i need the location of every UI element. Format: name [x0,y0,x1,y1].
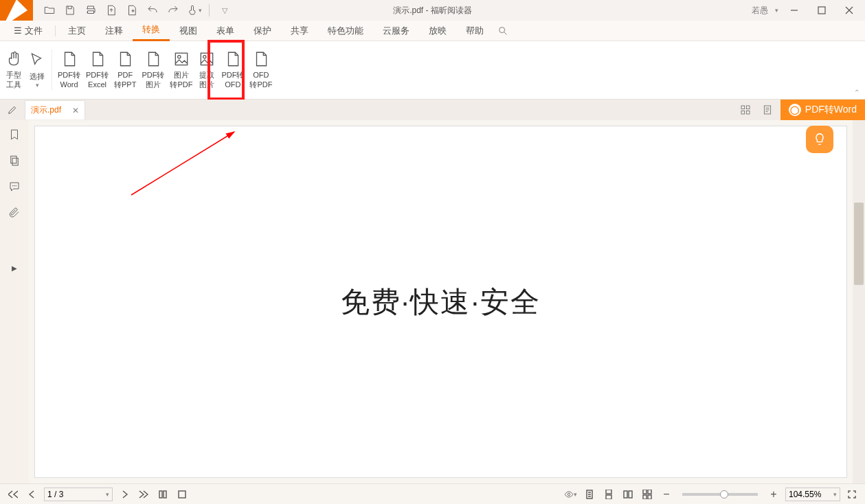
touch-icon[interactable]: ▾ [184,1,203,20]
redo-icon[interactable] [164,1,183,20]
continuous-page-icon[interactable] [601,487,616,502]
vertical-scrollbar[interactable] [853,120,865,483]
first-page-button[interactable] [5,487,21,502]
zoom-out-button[interactable]: − [659,487,674,502]
menu-tab-5[interactable]: 保护 [244,21,281,41]
ribbon-tool-7[interactable]: 提取 图片 [195,48,218,92]
menu-tab-6[interactable]: 共享 [281,21,318,41]
svg-rect-28 [643,495,647,499]
facing-page-icon[interactable] [620,487,636,502]
document-tab[interactable]: 演示.pdf ✕ [25,100,85,119]
maximize-button[interactable] [810,1,833,20]
menu-tab-2[interactable]: 转换 [133,21,170,41]
ribbon-label: 手型 工具 [6,71,21,90]
export-icon[interactable] [102,1,121,20]
next-page-button[interactable] [117,487,132,502]
page-view-icon[interactable] [759,101,776,119]
thumbnails-view-icon[interactable] [737,101,754,119]
svg-point-1 [499,27,505,32]
ribbon-tool-9[interactable]: OFD 转PDF [247,48,275,92]
svg-rect-17 [159,491,162,498]
ribbon-tool-1[interactable]: 选择▾ [25,49,49,91]
fullscreen-button[interactable] [844,487,860,502]
zoom-slider-handle[interactable] [720,490,728,499]
svg-rect-19 [179,491,186,498]
open-icon[interactable] [40,1,59,20]
menu-tab-1[interactable]: 注释 [96,21,133,41]
ribbon-label: 图片 转PDF [170,71,192,90]
doc-icon [60,50,78,68]
doc-icon [144,50,162,68]
main-area: ▶ 免费·快速·安全 [0,120,865,483]
titlebar: ▾ ▽ 演示.pdf - 福昕阅读器 若愚 ▾ [0,0,865,21]
menu-tab-3[interactable]: 视图 [170,21,207,41]
ribbon-collapse-icon[interactable]: ⌃ [854,89,860,96]
svg-rect-24 [624,491,627,498]
sidebar-expand-icon[interactable]: ▶ [12,264,17,272]
ribbon-label: PDF 转PPT [114,71,136,90]
single-page-icon[interactable] [582,487,597,502]
sidebar: ▶ [0,120,29,483]
ribbon-tool-2[interactable]: PDF转 Word [55,48,83,92]
page-number-value: 1 / 3 [47,490,63,499]
ribbon-tool-4[interactable]: PDF 转PPT [111,48,139,92]
svg-point-13 [12,185,13,186]
menu-tab-9[interactable]: 放映 [419,21,456,41]
document-view: 免费·快速·安全 [29,120,853,483]
page-canvas[interactable]: 免费·快速·安全 [34,126,847,478]
zoom-in-button[interactable]: + [766,487,781,502]
search-icon[interactable] [493,21,513,41]
svg-rect-29 [648,495,651,499]
user-dropdown-icon[interactable]: ▾ [775,7,778,14]
ribbon: 手型 工具选择▾PDF转 WordPDF转 ExcelPDF 转PPTPDF转 … [0,41,865,100]
zoom-slider[interactable] [682,493,758,496]
menu-tab-0[interactable]: 主页 [58,21,96,41]
pdf-to-word-badge[interactable]: ◯ PDF转Word [780,100,865,120]
ribbon-tool-5[interactable]: PDF转 图片 [139,48,167,92]
qat-customize-icon[interactable]: ▽ [215,1,234,20]
badge-circle-icon: ◯ [789,104,801,116]
menu-tab-4[interactable]: 表单 [207,21,244,41]
minimize-button[interactable] [783,1,806,20]
last-page-button[interactable] [136,487,151,502]
close-button[interactable] [838,1,861,20]
ribbon-tool-8[interactable]: PDF转 OFD [218,48,247,92]
page-text: 免费·快速·安全 [341,283,541,321]
doc-icon [252,50,270,68]
pages-icon[interactable] [5,152,23,170]
scroll-thumb[interactable] [854,203,864,285]
svg-line-16 [131,132,234,195]
ribbon-tool-6[interactable]: 图片 转PDF [167,48,195,92]
ribbon-tool-3[interactable]: PDF转 Excel [83,48,111,92]
user-name[interactable]: 若愚 [752,5,768,16]
ribbon-label: PDF转 Word [58,71,80,90]
print-icon[interactable] [81,1,100,20]
tips-button[interactable] [806,126,833,153]
ribbon-label: 提取 图片 [199,71,214,90]
page-layout1-icon[interactable] [155,487,170,502]
zoom-dropdown-icon[interactable]: ▾ [833,491,837,498]
undo-icon[interactable] [143,1,162,20]
zoom-value[interactable]: 104.55% ▾ [785,488,840,501]
prev-page-button[interactable] [25,487,40,502]
menu-tab-8[interactable]: 云服务 [373,21,419,41]
save-icon[interactable] [60,1,80,20]
attachments-icon[interactable] [5,204,23,222]
page-dropdown-icon[interactable]: ▾ [106,491,109,498]
ribbon-tool-0[interactable]: 手型 工具 [2,48,25,92]
dropdown-icon: ▾ [36,82,39,89]
page-number-input[interactable]: 1 / 3 ▾ [44,488,113,501]
tab-close-icon[interactable]: ✕ [72,106,79,115]
new-doc-icon[interactable] [122,1,142,20]
page-layout2-icon[interactable] [175,487,190,502]
bookmark-icon[interactable] [5,126,23,144]
annotate-tool-icon[interactable] [0,100,25,120]
annotation-arrow [124,126,248,209]
continuous-facing-icon[interactable] [640,487,655,502]
statusbar: 1 / 3 ▾ ▾ − + 104.55% ▾ [0,483,865,504]
menu-tab-7[interactable]: 特色功能 [318,21,373,41]
visibility-icon[interactable]: ▾ [563,487,578,502]
ribbon-label: 选择 [30,72,45,82]
comments-icon[interactable] [5,178,23,196]
menu-tab-10[interactable]: 帮助 [456,21,493,41]
